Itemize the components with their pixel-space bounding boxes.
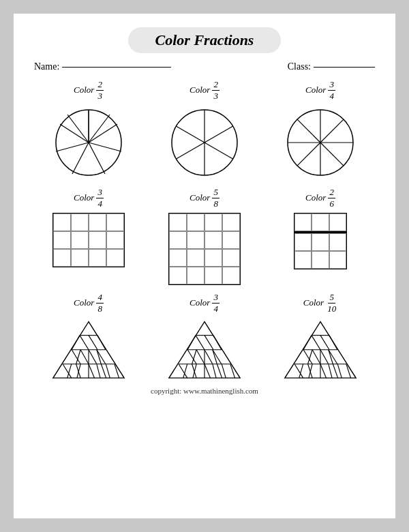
fraction-label-8: Color 34	[190, 292, 219, 314]
square-grid-2	[168, 213, 241, 285]
title-container: Color Fractions	[34, 27, 375, 53]
fraction-cell-1: Color 23	[34, 79, 143, 180]
square-grid-3	[294, 213, 347, 269]
fraction-label-2: Color 23	[190, 79, 219, 101]
name-label: Name:	[34, 61, 59, 72]
square-grid-1	[52, 213, 125, 267]
fraction-label-9: Color 510	[303, 292, 337, 314]
row-1-circles: Color 23	[34, 79, 375, 180]
fraction-cell-6: Color 26	[266, 187, 375, 285]
name-line: Name:	[34, 61, 171, 72]
fraction-cell-5: Color 58	[150, 187, 259, 285]
fraction-label-5: Color 58	[190, 187, 219, 209]
fraction-cell-4: Color 34	[34, 187, 143, 285]
name-underline[interactable]	[62, 67, 171, 68]
fraction-label-6: Color 26	[305, 187, 335, 209]
fraction-label-4: Color 34	[74, 187, 104, 209]
triangle-2	[164, 319, 245, 380]
circle-3	[283, 105, 358, 180]
circle-1	[51, 105, 126, 180]
fraction-cell-9: Color 510	[266, 292, 375, 379]
fraction-cell-2: Color 23	[150, 79, 259, 180]
fraction-cell-8: Color 34	[150, 292, 259, 379]
class-line: Class:	[288, 61, 375, 72]
worksheet-page: Color Fractions Name: Class: Color 23	[14, 14, 395, 518]
class-label: Class:	[288, 61, 311, 72]
fraction-label-1: Color 23	[74, 79, 104, 101]
copyright-text: copyright: www.mathinenglish.com	[34, 387, 375, 395]
fraction-label-3: Color 34	[305, 79, 335, 101]
fraction-cell-7: Color 48	[34, 292, 143, 379]
triangle-1	[48, 319, 130, 380]
name-class-row: Name: Class:	[34, 61, 375, 72]
circle-2	[167, 105, 242, 180]
row-2-squares: Color 34 Color 58 C	[34, 187, 375, 285]
class-underline[interactable]	[314, 67, 375, 68]
page-title: Color Fractions	[128, 27, 282, 53]
fraction-cell-3: Color 34	[266, 79, 375, 180]
row-3-triangles: Color 48	[34, 292, 375, 379]
fraction-label-7: Color 48	[74, 292, 104, 314]
triangle-3	[279, 319, 361, 380]
